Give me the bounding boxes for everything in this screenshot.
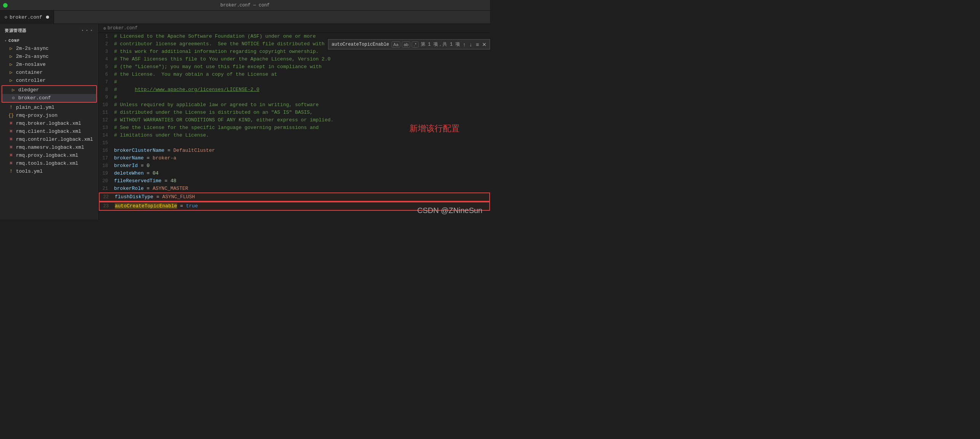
sidebar-item-rmq-proxy-json[interactable]: {} rmq-proxy.json <box>0 112 99 120</box>
section-label: CONF <box>8 38 20 43</box>
sidebar-more-button[interactable]: ··· <box>81 27 94 34</box>
line-content: # Unless required by applicable law or a… <box>114 101 490 109</box>
sidebar-item-container[interactable]: ▷ container <box>0 69 99 77</box>
xml-icon: ⌘ <box>8 161 14 166</box>
line-number: 11 <box>99 109 114 117</box>
folder-icon: ▷ <box>8 46 14 51</box>
folder-icon: ▷ <box>8 78 14 83</box>
sidebar-header: 资源管理器 ··· <box>0 24 99 37</box>
folder-icon: ▷ <box>8 62 14 67</box>
line-number: 7 <box>99 78 114 86</box>
sidebar-item-rmq-controller-logback[interactable]: ⌘ rmq.controller.logback.xml <box>0 136 99 144</box>
search-query-text: autoCreateTopicEnable <box>331 42 389 47</box>
line-content: # <box>114 78 490 86</box>
search-whole-word[interactable]: ab <box>402 42 410 48</box>
sidebar-item-label: broker.conf <box>18 95 51 101</box>
sidebar-highlighted-group: ▷ dledger ⚙ broker.conf <box>2 85 97 103</box>
line-content: # the License. You may obtain a copy of … <box>114 71 490 78</box>
sidebar-section-conf[interactable]: ▾ CONF <box>0 37 99 45</box>
line-content: # <box>114 94 490 101</box>
sidebar-item-tools-yml[interactable]: ! tools.yml <box>0 168 99 176</box>
line-content: deleteWhen = 04 <box>114 170 490 177</box>
line-number: 1 <box>99 33 114 40</box>
breadcrumb-label: broker.conf <box>108 26 138 31</box>
search-menu-button[interactable]: ≡ <box>475 42 480 48</box>
sidebar-item-label: rmq.controller.logback.xml <box>16 137 93 142</box>
line-number: 4 <box>99 56 114 63</box>
search-regex[interactable]: .* <box>412 42 418 48</box>
sidebar-item-label: rmq.client.logback.xml <box>16 129 81 134</box>
code-line-5: 5# (the "License"); you may not use this… <box>99 63 490 71</box>
window-title: broker.conf — conf <box>221 3 270 8</box>
sidebar-item-rmq-namesrv-logback[interactable]: ⌘ rmq.namesrv.logback.xml <box>0 144 99 152</box>
line-number: 15 <box>99 139 114 147</box>
sidebar-item-label: dledger <box>18 87 39 93</box>
tab-gear-icon: ⚙ <box>5 14 7 20</box>
breadcrumb-gear-icon: ⚙ <box>103 26 106 31</box>
excl-icon: ! <box>8 105 14 110</box>
line-number: 2 <box>99 40 114 48</box>
sidebar-item-plain-acl[interactable]: ! plain_acl.yml <box>0 104 99 112</box>
folder-icon: ▷ <box>8 70 14 75</box>
editor-breadcrumb: ⚙ broker.conf <box>99 24 490 33</box>
annotation-text: 新增该行配置 <box>409 123 460 134</box>
line-number: 13 <box>99 124 114 132</box>
sidebar-item-dledger[interactable]: ▷ dledger <box>2 86 96 94</box>
line-number: 16 <box>99 147 114 155</box>
sidebar-item-rmq-client-logback[interactable]: ⌘ rmq.client.logback.xml <box>0 128 99 136</box>
sidebar-item-label: container <box>16 70 43 75</box>
search-next-button[interactable]: ↓ <box>469 42 473 48</box>
folder-icon: ▷ <box>8 54 14 59</box>
sidebar-title: 资源管理器 <box>5 28 27 34</box>
sidebar-item-rmq-tools-logback[interactable]: ⌘ rmq.tools.logback.xml <box>0 160 99 168</box>
search-close-button[interactable]: ✕ <box>482 42 487 48</box>
line-content: brokerName = broker-a <box>114 155 490 162</box>
line-number: 5 <box>99 63 114 71</box>
sidebar-item-label: plain_acl.yml <box>16 105 54 110</box>
line-number: 17 <box>99 155 114 162</box>
line-number: 9 <box>99 94 114 101</box>
xml-icon: ⌘ <box>8 137 14 142</box>
line-number: 23 <box>100 203 115 210</box>
search-bar: autoCreateTopicEnable Aa ab .* 第 1 项，共 1… <box>328 39 490 49</box>
code-line-6: 6# the License. You may obtain a copy of… <box>99 71 490 78</box>
title-bar: broker.conf — conf <box>0 0 490 11</box>
main-layout: 资源管理器 ··· ▾ CONF ▷ 2m-2s-async ▷ 2m-2s-a… <box>0 24 490 219</box>
xml-icon: ⌘ <box>8 121 14 126</box>
sidebar-item-2m-noslave[interactable]: ▷ 2m-noslave <box>0 61 99 69</box>
sidebar-item-rmq-broker-logback[interactable]: ⌘ rmq.broker.logback.xml <box>0 120 99 128</box>
search-case-sensitive[interactable]: Aa <box>391 42 400 48</box>
sidebar-item-rmq-proxy-logback[interactable]: ⌘ rmq.proxy.logback.xml <box>0 152 99 160</box>
line-content: brokerClusterName = DefaultCluster <box>114 147 490 155</box>
excl-icon: ! <box>8 169 14 174</box>
sidebar-item-controller[interactable]: ▷ controller <box>0 77 99 85</box>
sidebar-item-label: tools.yml <box>16 169 43 174</box>
code-line-9: 9# <box>99 94 490 101</box>
line-number: 14 <box>99 132 114 139</box>
code-line-22: 22flushDiskType = ASYNC_FLUSH <box>99 193 490 202</box>
tab-bar: ⚙ broker.conf <box>0 11 490 24</box>
sidebar-item-2m-2s-async-2[interactable]: ▷ 2m-2s-async <box>0 53 99 61</box>
line-content: # (the "License"); you may not use this … <box>114 63 490 71</box>
code-line-4: 4# The ASF licenses this file to You und… <box>99 56 490 63</box>
search-prev-button[interactable]: ↑ <box>462 42 466 48</box>
line-content: brokerRole = ASYNC_MASTER <box>114 185 490 193</box>
code-line-21: 21brokerRole = ASYNC_MASTER <box>99 185 490 193</box>
code-line-16: 16brokerClusterName = DefaultCluster <box>99 147 490 155</box>
code-line-19: 19deleteWhen = 04 <box>99 170 490 177</box>
line-number: 10 <box>99 101 114 109</box>
code-line-17: 17brokerName = broker-a <box>99 155 490 162</box>
line-content: fileReservedTime = 48 <box>114 177 490 185</box>
sidebar-item-2m-2s-async-1[interactable]: ▷ 2m-2s-async <box>0 45 99 53</box>
code-line-8: 8# http://www.apache.org/licenses/LICENS… <box>99 86 490 94</box>
line-content: # The ASF licenses this file to You unde… <box>114 56 490 63</box>
sidebar-item-label: rmq.proxy.logback.xml <box>16 153 78 158</box>
tab-broker-conf[interactable]: ⚙ broker.conf <box>0 11 54 24</box>
sidebar-item-label: rmq.tools.logback.xml <box>16 161 78 166</box>
editor-area: ⚙ broker.conf autoCreateTopicEnable Aa a… <box>99 24 490 219</box>
sidebar-item-broker-conf[interactable]: ⚙ broker.conf <box>2 94 96 102</box>
sidebar-item-label: rmq.broker.logback.xml <box>16 121 81 126</box>
sidebar-item-label: rmq.namesrv.logback.xml <box>16 145 84 150</box>
sidebar-item-label: rmq-proxy.json <box>16 113 57 118</box>
watermark: CSDN @ZNineSun <box>417 206 482 215</box>
